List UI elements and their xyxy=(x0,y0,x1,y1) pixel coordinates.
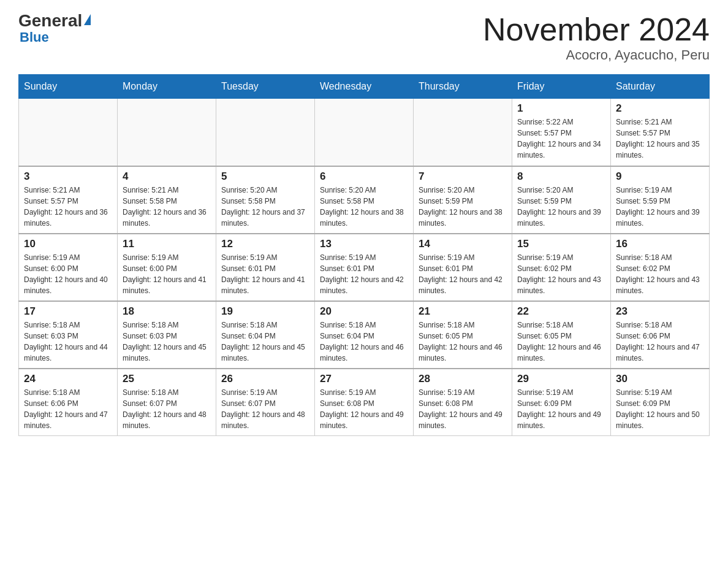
day-number: 7 xyxy=(419,170,507,183)
logo: General Blue xyxy=(18,12,91,45)
day-number: 17 xyxy=(24,305,112,318)
logo-triangle-icon xyxy=(84,14,91,25)
table-row: 29Sunrise: 5:19 AM Sunset: 6:09 PM Dayli… xyxy=(512,369,611,436)
day-number: 21 xyxy=(419,305,507,318)
table-row: 13Sunrise: 5:19 AM Sunset: 6:01 PM Dayli… xyxy=(315,234,414,301)
day-info: Sunrise: 5:19 AM Sunset: 5:59 PM Dayligh… xyxy=(616,185,704,229)
day-info: Sunrise: 5:21 AM Sunset: 5:57 PM Dayligh… xyxy=(24,185,112,229)
table-row: 19Sunrise: 5:18 AM Sunset: 6:04 PM Dayli… xyxy=(216,301,315,369)
day-number: 28 xyxy=(419,373,507,385)
day-info: Sunrise: 5:19 AM Sunset: 6:09 PM Dayligh… xyxy=(517,387,605,431)
month-title: November 2024 xyxy=(483,12,710,47)
day-info: Sunrise: 5:19 AM Sunset: 6:01 PM Dayligh… xyxy=(320,252,408,296)
table-row: 4Sunrise: 5:21 AM Sunset: 5:58 PM Daylig… xyxy=(118,166,216,234)
table-row: 10Sunrise: 5:19 AM Sunset: 6:00 PM Dayli… xyxy=(19,234,118,301)
header-wednesday: Wednesday xyxy=(315,75,414,99)
day-number: 8 xyxy=(517,170,605,183)
day-number: 15 xyxy=(517,238,605,250)
day-number: 1 xyxy=(517,102,605,115)
table-row: 22Sunrise: 5:18 AM Sunset: 6:05 PM Dayli… xyxy=(512,301,611,369)
weekday-header-row: Sunday Monday Tuesday Wednesday Thursday… xyxy=(19,75,710,99)
day-info: Sunrise: 5:19 AM Sunset: 6:08 PM Dayligh… xyxy=(320,387,408,431)
day-number: 25 xyxy=(123,373,211,385)
table-row: 26Sunrise: 5:19 AM Sunset: 6:07 PM Dayli… xyxy=(216,369,315,436)
day-number: 2 xyxy=(616,102,704,115)
day-number: 24 xyxy=(24,373,112,385)
table-row xyxy=(315,99,414,166)
calendar-week-row: 10Sunrise: 5:19 AM Sunset: 6:00 PM Dayli… xyxy=(19,234,710,301)
table-row: 25Sunrise: 5:18 AM Sunset: 6:07 PM Dayli… xyxy=(118,369,216,436)
header-tuesday: Tuesday xyxy=(216,75,315,99)
logo-blue-text: Blue xyxy=(20,29,49,45)
day-info: Sunrise: 5:18 AM Sunset: 6:05 PM Dayligh… xyxy=(419,320,507,364)
day-info: Sunrise: 5:18 AM Sunset: 6:03 PM Dayligh… xyxy=(123,320,211,364)
day-info: Sunrise: 5:20 AM Sunset: 5:59 PM Dayligh… xyxy=(517,185,605,229)
day-info: Sunrise: 5:19 AM Sunset: 6:00 PM Dayligh… xyxy=(123,252,211,296)
table-row: 18Sunrise: 5:18 AM Sunset: 6:03 PM Dayli… xyxy=(118,301,216,369)
table-row: 5Sunrise: 5:20 AM Sunset: 5:58 PM Daylig… xyxy=(216,166,315,234)
day-info: Sunrise: 5:18 AM Sunset: 6:07 PM Dayligh… xyxy=(123,387,211,431)
table-row: 9Sunrise: 5:19 AM Sunset: 5:59 PM Daylig… xyxy=(611,166,710,234)
calendar-week-row: 3Sunrise: 5:21 AM Sunset: 5:57 PM Daylig… xyxy=(19,166,710,234)
day-info: Sunrise: 5:18 AM Sunset: 6:04 PM Dayligh… xyxy=(221,320,309,364)
day-info: Sunrise: 5:20 AM Sunset: 5:58 PM Dayligh… xyxy=(221,185,309,229)
day-number: 22 xyxy=(517,305,605,318)
day-number: 16 xyxy=(616,238,704,250)
table-row: 1Sunrise: 5:22 AM Sunset: 5:57 PM Daylig… xyxy=(512,99,611,166)
table-row: 15Sunrise: 5:19 AM Sunset: 6:02 PM Dayli… xyxy=(512,234,611,301)
day-info: Sunrise: 5:20 AM Sunset: 5:58 PM Dayligh… xyxy=(320,185,408,229)
table-row: 16Sunrise: 5:18 AM Sunset: 6:02 PM Dayli… xyxy=(611,234,710,301)
day-number: 11 xyxy=(123,238,211,250)
day-number: 27 xyxy=(320,373,408,385)
calendar-week-row: 1Sunrise: 5:22 AM Sunset: 5:57 PM Daylig… xyxy=(19,99,710,166)
table-row: 11Sunrise: 5:19 AM Sunset: 6:00 PM Dayli… xyxy=(118,234,216,301)
day-info: Sunrise: 5:19 AM Sunset: 6:08 PM Dayligh… xyxy=(419,387,507,431)
day-number: 26 xyxy=(221,373,309,385)
table-row: 14Sunrise: 5:19 AM Sunset: 6:01 PM Dayli… xyxy=(414,234,512,301)
day-number: 6 xyxy=(320,170,408,183)
day-number: 5 xyxy=(221,170,309,183)
table-row: 23Sunrise: 5:18 AM Sunset: 6:06 PM Dayli… xyxy=(611,301,710,369)
header-friday: Friday xyxy=(512,75,611,99)
header-saturday: Saturday xyxy=(611,75,710,99)
day-number: 9 xyxy=(616,170,704,183)
table-row: 24Sunrise: 5:18 AM Sunset: 6:06 PM Dayli… xyxy=(19,369,118,436)
header-monday: Monday xyxy=(118,75,216,99)
table-row: 12Sunrise: 5:19 AM Sunset: 6:01 PM Dayli… xyxy=(216,234,315,301)
day-info: Sunrise: 5:21 AM Sunset: 5:57 PM Dayligh… xyxy=(616,117,704,161)
day-number: 12 xyxy=(221,238,309,250)
table-row: 8Sunrise: 5:20 AM Sunset: 5:59 PM Daylig… xyxy=(512,166,611,234)
table-row xyxy=(414,99,512,166)
table-row: 17Sunrise: 5:18 AM Sunset: 6:03 PM Dayli… xyxy=(19,301,118,369)
table-row: 2Sunrise: 5:21 AM Sunset: 5:57 PM Daylig… xyxy=(611,99,710,166)
day-info: Sunrise: 5:18 AM Sunset: 6:06 PM Dayligh… xyxy=(24,387,112,431)
day-info: Sunrise: 5:21 AM Sunset: 5:58 PM Dayligh… xyxy=(123,185,211,229)
day-info: Sunrise: 5:18 AM Sunset: 6:02 PM Dayligh… xyxy=(616,252,704,296)
header-thursday: Thursday xyxy=(414,75,512,99)
header: General Blue November 2024 Acocro, Ayacu… xyxy=(18,12,710,63)
day-info: Sunrise: 5:18 AM Sunset: 6:05 PM Dayligh… xyxy=(517,320,605,364)
day-number: 3 xyxy=(24,170,112,183)
calendar-week-row: 24Sunrise: 5:18 AM Sunset: 6:06 PM Dayli… xyxy=(19,369,710,436)
day-info: Sunrise: 5:19 AM Sunset: 6:01 PM Dayligh… xyxy=(221,252,309,296)
day-number: 14 xyxy=(419,238,507,250)
logo-general-text: General xyxy=(18,12,82,29)
table-row: 27Sunrise: 5:19 AM Sunset: 6:08 PM Dayli… xyxy=(315,369,414,436)
day-info: Sunrise: 5:22 AM Sunset: 5:57 PM Dayligh… xyxy=(517,117,605,161)
table-row xyxy=(19,99,118,166)
table-row: 21Sunrise: 5:18 AM Sunset: 6:05 PM Dayli… xyxy=(414,301,512,369)
day-info: Sunrise: 5:19 AM Sunset: 6:02 PM Dayligh… xyxy=(517,252,605,296)
day-info: Sunrise: 5:18 AM Sunset: 6:04 PM Dayligh… xyxy=(320,320,408,364)
table-row: 28Sunrise: 5:19 AM Sunset: 6:08 PM Dayli… xyxy=(414,369,512,436)
table-row: 30Sunrise: 5:19 AM Sunset: 6:09 PM Dayli… xyxy=(611,369,710,436)
day-number: 18 xyxy=(123,305,211,318)
location-title: Acocro, Ayacucho, Peru xyxy=(483,47,710,63)
calendar-week-row: 17Sunrise: 5:18 AM Sunset: 6:03 PM Dayli… xyxy=(19,301,710,369)
day-info: Sunrise: 5:19 AM Sunset: 6:09 PM Dayligh… xyxy=(616,387,704,431)
day-info: Sunrise: 5:19 AM Sunset: 6:01 PM Dayligh… xyxy=(419,252,507,296)
day-number: 23 xyxy=(616,305,704,318)
header-sunday: Sunday xyxy=(19,75,118,99)
table-row: 6Sunrise: 5:20 AM Sunset: 5:58 PM Daylig… xyxy=(315,166,414,234)
day-number: 30 xyxy=(616,373,704,385)
day-number: 4 xyxy=(123,170,211,183)
